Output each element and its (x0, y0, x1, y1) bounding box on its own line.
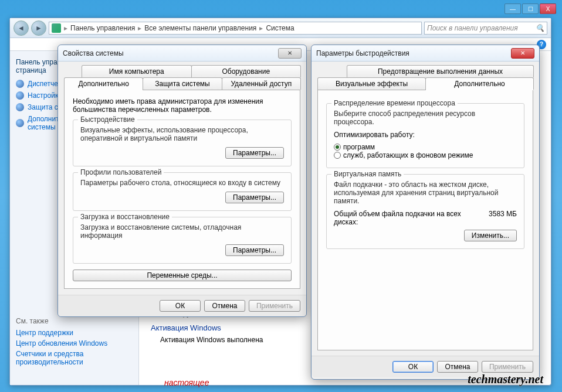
tab-system-protection[interactable]: Защита системы (143, 77, 222, 90)
address-bar: ◄ ► ▸ Панель управления ▸ Все элементы п… (10, 18, 551, 38)
radio-services[interactable]: служб, работающих в фоновом режиме (334, 151, 473, 159)
radio-label: служб, работающих в фоновом режиме (343, 151, 473, 159)
shield-icon (16, 91, 24, 100)
env-vars-button[interactable]: Переменные среды... (73, 270, 292, 281)
close-button[interactable]: X (540, 4, 556, 14)
minimize-button[interactable]: — (505, 4, 521, 14)
vmem-total-label: Общий объем файла подкачки на всех диска… (334, 210, 469, 226)
group-desc: Визуальные эффекты, использование процес… (80, 126, 284, 142)
admin-note: Необходимо иметь права администратора дл… (73, 97, 292, 114)
window-controls: — ☐ X (505, 4, 556, 14)
tab-hardware[interactable]: Оборудование (191, 65, 302, 77)
radio-label: программ (343, 143, 375, 151)
breadcrumb-root[interactable]: Панель управления (70, 24, 135, 32)
shield-icon (16, 103, 24, 111)
apply-button[interactable]: Применить (482, 361, 533, 373)
shield-icon (16, 80, 24, 88)
profiles-group: Профили пользователей Параметры рабочего… (73, 172, 292, 211)
activation-title: Активация Windows (151, 323, 292, 332)
ok-button[interactable]: ОК (160, 300, 201, 312)
dialog-title: Свойства системы (63, 49, 278, 57)
group-title: Распределение времени процессора (331, 99, 458, 107)
see-also-perf-tools[interactable]: Счетчики и средства производительности (16, 349, 133, 367)
see-also-action-center[interactable]: Центр поддержки (16, 328, 133, 338)
shield-icon (16, 119, 24, 127)
radio-programs[interactable]: программ (334, 143, 375, 151)
tab-advanced[interactable]: Дополнительно (64, 77, 143, 90)
forward-button[interactable]: ► (31, 21, 46, 36)
see-also: См. также Центр поддержки Центр обновлен… (16, 317, 133, 367)
search-input[interactable]: Поиск в панели управления 🔍 (424, 22, 547, 35)
group-desc: Выберите способ распределения ресурсов п… (334, 110, 517, 126)
group-title: Профили пользователей (78, 168, 164, 176)
cancel-button[interactable]: Отмена (437, 361, 478, 373)
chevron-right-icon: ▸ (258, 24, 265, 32)
dialog-titlebar[interactable]: Параметры быстродействия ✕ (312, 45, 539, 62)
system-properties-dialog: Свойства системы ✕ Имя компьютера Оборуд… (57, 45, 307, 317)
performance-settings-button[interactable]: Параметры... (225, 147, 284, 159)
taskbar-text: настоящее (164, 378, 209, 387)
vmem-group: Виртуальная память Файл подкачки - это о… (326, 174, 524, 249)
chevron-right-icon: ▸ (136, 24, 143, 32)
control-panel-icon (52, 23, 61, 33)
back-button[interactable]: ◄ (13, 21, 29, 36)
group-title: Загрузка и восстановление (78, 213, 172, 221)
group-title: Виртуальная память (331, 170, 404, 178)
close-button[interactable]: ✕ (278, 48, 302, 59)
dialog-title: Параметры быстродействия (316, 49, 511, 57)
group-desc: Файл подкачки - это область на жестком д… (334, 180, 517, 205)
search-icon: 🔍 (536, 24, 544, 32)
dialog-titlebar[interactable]: Свойства системы ✕ (58, 45, 306, 62)
breadcrumb-leaf[interactable]: Система (266, 24, 294, 32)
breadcrumb[interactable]: ▸ Панель управления ▸ Все элементы панел… (49, 22, 422, 35)
chevron-right-icon: ▸ (62, 24, 69, 32)
boot-settings-button[interactable]: Параметры... (225, 244, 284, 256)
cancel-button[interactable]: Отмена (204, 300, 245, 312)
ok-button[interactable]: ОК (392, 361, 434, 373)
tab-remote[interactable]: Удаленный доступ (222, 77, 301, 90)
profiles-settings-button[interactable]: Параметры... (225, 192, 284, 203)
boot-group: Загрузка и восстановление Загрузка и вос… (73, 217, 292, 264)
vmem-total-value: 3583 МБ (489, 210, 517, 226)
activation-status: Активация Windows выполнена (151, 336, 292, 344)
tab-advanced[interactable]: Дополнительно (425, 77, 534, 90)
vmem-change-button[interactable]: Изменить... (464, 230, 517, 241)
see-also-windows-update[interactable]: Центр обновления Windows (16, 338, 133, 349)
scheduling-group: Распределение времени процессора Выберит… (326, 103, 524, 168)
tab-dep[interactable]: Предотвращение выполнения данных (347, 65, 534, 77)
maximize-button[interactable]: ☐ (522, 4, 539, 14)
apply-button[interactable]: Применить (249, 300, 300, 312)
group-desc: Параметры рабочего стола, относящиеся ко… (80, 179, 284, 187)
search-placeholder: Поиск в панели управления (427, 24, 518, 32)
close-button[interactable]: ✕ (511, 48, 534, 59)
watermark: techmastery.net (468, 373, 543, 386)
performance-group: Быстродействие Визуальные эффекты, испол… (73, 120, 292, 166)
see-also-title: См. также (16, 317, 133, 325)
optimize-label: Оптимизировать работу: (334, 131, 517, 139)
performance-options-dialog: Параметры быстродействия ✕ Предотвращени… (311, 45, 540, 380)
tab-computer-name[interactable]: Имя компьютера (82, 65, 192, 77)
group-title: Быстродействие (78, 115, 137, 124)
radio-dot-icon (334, 144, 341, 151)
breadcrumb-mid[interactable]: Все элементы панели управления (144, 24, 256, 32)
radio-dot-icon (334, 152, 341, 159)
group-desc: Загрузка и восстановление системы, отлад… (80, 223, 284, 240)
tab-visual-effects[interactable]: Визуальные эффекты (317, 77, 426, 90)
